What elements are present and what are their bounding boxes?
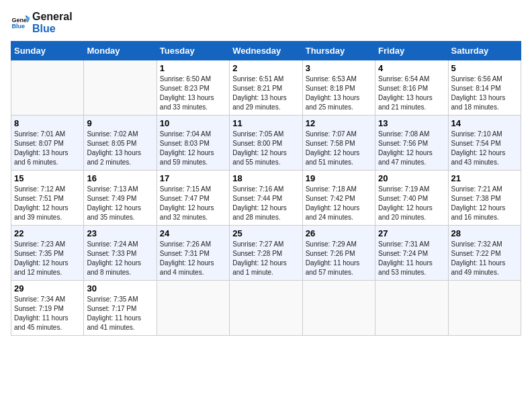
day-number: 14 bbox=[451, 118, 518, 128]
calendar-day-16: 16 Sunrise: 7:13 AM Sunset: 7:49 PM Dayl… bbox=[84, 171, 157, 226]
day-info: Sunrise: 6:54 AM Sunset: 8:16 PM Dayligh… bbox=[378, 75, 445, 112]
calendar-day-12: 12 Sunrise: 7:07 AM Sunset: 7:58 PM Dayl… bbox=[302, 116, 375, 171]
calendar-body: 1 Sunrise: 6:50 AM Sunset: 8:23 PM Dayli… bbox=[11, 60, 521, 336]
calendar-day-23: 23 Sunrise: 7:24 AM Sunset: 7:33 PM Dayl… bbox=[84, 226, 157, 281]
day-number: 2 bbox=[232, 63, 299, 73]
day-number: 8 bbox=[14, 118, 81, 128]
day-number: 29 bbox=[14, 283, 81, 293]
day-number: 5 bbox=[451, 63, 518, 73]
calendar-day-13: 13 Sunrise: 7:08 AM Sunset: 7:56 PM Dayl… bbox=[375, 116, 448, 171]
empty-cell-0 bbox=[11, 60, 84, 116]
calendar-week-1: 1 Sunrise: 6:50 AM Sunset: 8:23 PM Dayli… bbox=[11, 60, 521, 116]
page-header: General Blue General Blue bbox=[11, 11, 521, 34]
day-number: 25 bbox=[232, 228, 299, 238]
day-number: 28 bbox=[451, 228, 518, 238]
weekday-header-row: SundayMondayTuesdayWednesdayThursdayFrid… bbox=[11, 42, 521, 60]
logo-general-text: General bbox=[32, 11, 73, 23]
calendar-header: SundayMondayTuesdayWednesdayThursdayFrid… bbox=[11, 42, 521, 60]
day-number: 13 bbox=[378, 118, 445, 128]
calendar-day-1: 1 Sunrise: 6:50 AM Sunset: 8:23 PM Dayli… bbox=[157, 60, 229, 116]
calendar-day-22: 22 Sunrise: 7:23 AM Sunset: 7:35 PM Dayl… bbox=[11, 226, 84, 281]
day-info: Sunrise: 7:16 AM Sunset: 7:44 PM Dayligh… bbox=[232, 185, 299, 222]
empty-cell bbox=[448, 281, 521, 336]
empty-cell bbox=[302, 281, 375, 336]
day-info: Sunrise: 7:18 AM Sunset: 7:42 PM Dayligh… bbox=[306, 185, 372, 222]
calendar-day-10: 10 Sunrise: 7:04 AM Sunset: 8:03 PM Dayl… bbox=[157, 116, 229, 171]
calendar-week-4: 22 Sunrise: 7:23 AM Sunset: 7:35 PM Dayl… bbox=[11, 226, 521, 281]
weekday-header-sunday: Sunday bbox=[11, 42, 84, 60]
day-info: Sunrise: 7:31 AM Sunset: 7:24 PM Dayligh… bbox=[378, 240, 445, 277]
calendar-day-5: 5 Sunrise: 6:56 AM Sunset: 8:14 PM Dayli… bbox=[448, 60, 521, 116]
day-info: Sunrise: 7:15 AM Sunset: 7:47 PM Dayligh… bbox=[160, 185, 226, 222]
weekday-header-saturday: Saturday bbox=[448, 42, 521, 60]
calendar-day-17: 17 Sunrise: 7:15 AM Sunset: 7:47 PM Dayl… bbox=[157, 171, 229, 226]
logo: General Blue General Blue bbox=[11, 11, 73, 34]
day-number: 22 bbox=[14, 228, 81, 238]
weekday-header-thursday: Thursday bbox=[302, 42, 375, 60]
day-info: Sunrise: 6:56 AM Sunset: 8:14 PM Dayligh… bbox=[451, 75, 518, 112]
day-number: 11 bbox=[232, 118, 299, 128]
day-number: 21 bbox=[451, 173, 518, 183]
day-info: Sunrise: 7:04 AM Sunset: 8:03 PM Dayligh… bbox=[160, 130, 226, 167]
day-info: Sunrise: 6:53 AM Sunset: 8:18 PM Dayligh… bbox=[306, 75, 372, 112]
calendar-day-9: 9 Sunrise: 7:02 AM Sunset: 8:05 PM Dayli… bbox=[84, 116, 157, 171]
day-info: Sunrise: 7:01 AM Sunset: 8:07 PM Dayligh… bbox=[14, 130, 81, 167]
calendar-day-29: 29 Sunrise: 7:34 AM Sunset: 7:19 PM Dayl… bbox=[11, 281, 84, 336]
day-number: 23 bbox=[87, 228, 153, 238]
calendar-day-24: 24 Sunrise: 7:26 AM Sunset: 7:31 PM Dayl… bbox=[157, 226, 229, 281]
day-info: Sunrise: 7:19 AM Sunset: 7:40 PM Dayligh… bbox=[378, 185, 445, 222]
day-info: Sunrise: 7:32 AM Sunset: 7:22 PM Dayligh… bbox=[451, 240, 518, 277]
calendar-day-11: 11 Sunrise: 7:05 AM Sunset: 8:00 PM Dayl… bbox=[230, 116, 302, 171]
day-info: Sunrise: 6:50 AM Sunset: 8:23 PM Dayligh… bbox=[160, 75, 226, 112]
calendar-day-4: 4 Sunrise: 6:54 AM Sunset: 8:16 PM Dayli… bbox=[375, 60, 448, 116]
weekday-header-monday: Monday bbox=[84, 42, 157, 60]
logo-icon: General Blue bbox=[11, 13, 30, 32]
day-info: Sunrise: 7:24 AM Sunset: 7:33 PM Dayligh… bbox=[87, 240, 153, 277]
day-info: Sunrise: 7:29 AM Sunset: 7:26 PM Dayligh… bbox=[306, 240, 372, 277]
empty-cell bbox=[157, 281, 229, 336]
day-info: Sunrise: 7:21 AM Sunset: 7:38 PM Dayligh… bbox=[451, 185, 518, 222]
calendar-day-21: 21 Sunrise: 7:21 AM Sunset: 7:38 PM Dayl… bbox=[448, 171, 521, 226]
day-number: 10 bbox=[160, 118, 226, 128]
weekday-header-friday: Friday bbox=[375, 42, 448, 60]
day-number: 24 bbox=[160, 228, 226, 238]
calendar-table: SundayMondayTuesdayWednesdayThursdayFrid… bbox=[11, 41, 521, 336]
calendar-day-25: 25 Sunrise: 7:27 AM Sunset: 7:28 PM Dayl… bbox=[230, 226, 302, 281]
day-number: 4 bbox=[378, 63, 445, 73]
day-number: 17 bbox=[160, 173, 226, 183]
calendar-day-30: 30 Sunrise: 7:35 AM Sunset: 7:17 PM Dayl… bbox=[84, 281, 157, 336]
day-info: Sunrise: 7:27 AM Sunset: 7:28 PM Dayligh… bbox=[232, 240, 299, 277]
empty-cell bbox=[375, 281, 448, 336]
calendar-day-18: 18 Sunrise: 7:16 AM Sunset: 7:44 PM Dayl… bbox=[230, 171, 302, 226]
day-info: Sunrise: 7:08 AM Sunset: 7:56 PM Dayligh… bbox=[378, 130, 445, 167]
calendar-day-15: 15 Sunrise: 7:12 AM Sunset: 7:51 PM Dayl… bbox=[11, 171, 84, 226]
calendar-day-20: 20 Sunrise: 7:19 AM Sunset: 7:40 PM Dayl… bbox=[375, 171, 448, 226]
day-number: 16 bbox=[87, 173, 153, 183]
day-info: Sunrise: 6:51 AM Sunset: 8:21 PM Dayligh… bbox=[232, 75, 299, 112]
day-info: Sunrise: 7:05 AM Sunset: 8:00 PM Dayligh… bbox=[232, 130, 299, 167]
day-number: 1 bbox=[160, 63, 226, 73]
day-number: 12 bbox=[306, 118, 372, 128]
day-number: 30 bbox=[87, 283, 153, 293]
calendar-week-2: 8 Sunrise: 7:01 AM Sunset: 8:07 PM Dayli… bbox=[11, 116, 521, 171]
calendar-day-8: 8 Sunrise: 7:01 AM Sunset: 8:07 PM Dayli… bbox=[11, 116, 84, 171]
day-number: 20 bbox=[378, 173, 445, 183]
day-number: 3 bbox=[306, 63, 372, 73]
logo-blue-text: Blue bbox=[32, 23, 73, 35]
weekday-header-tuesday: Tuesday bbox=[157, 42, 229, 60]
calendar-week-3: 15 Sunrise: 7:12 AM Sunset: 7:51 PM Dayl… bbox=[11, 171, 521, 226]
day-info: Sunrise: 7:12 AM Sunset: 7:51 PM Dayligh… bbox=[14, 185, 81, 222]
day-info: Sunrise: 7:10 AM Sunset: 7:54 PM Dayligh… bbox=[451, 130, 518, 167]
calendar-day-3: 3 Sunrise: 6:53 AM Sunset: 8:18 PM Dayli… bbox=[302, 60, 375, 116]
day-number: 26 bbox=[306, 228, 372, 238]
day-info: Sunrise: 7:02 AM Sunset: 8:05 PM Dayligh… bbox=[87, 130, 153, 167]
day-number: 15 bbox=[14, 173, 81, 183]
day-info: Sunrise: 7:26 AM Sunset: 7:31 PM Dayligh… bbox=[160, 240, 226, 277]
calendar-day-28: 28 Sunrise: 7:32 AM Sunset: 7:22 PM Dayl… bbox=[448, 226, 521, 281]
svg-text:Blue: Blue bbox=[11, 23, 25, 30]
day-info: Sunrise: 7:23 AM Sunset: 7:35 PM Dayligh… bbox=[14, 240, 81, 277]
day-info: Sunrise: 7:13 AM Sunset: 7:49 PM Dayligh… bbox=[87, 185, 153, 222]
day-info: Sunrise: 7:34 AM Sunset: 7:19 PM Dayligh… bbox=[14, 295, 81, 332]
day-number: 19 bbox=[306, 173, 372, 183]
calendar-day-27: 27 Sunrise: 7:31 AM Sunset: 7:24 PM Dayl… bbox=[375, 226, 448, 281]
